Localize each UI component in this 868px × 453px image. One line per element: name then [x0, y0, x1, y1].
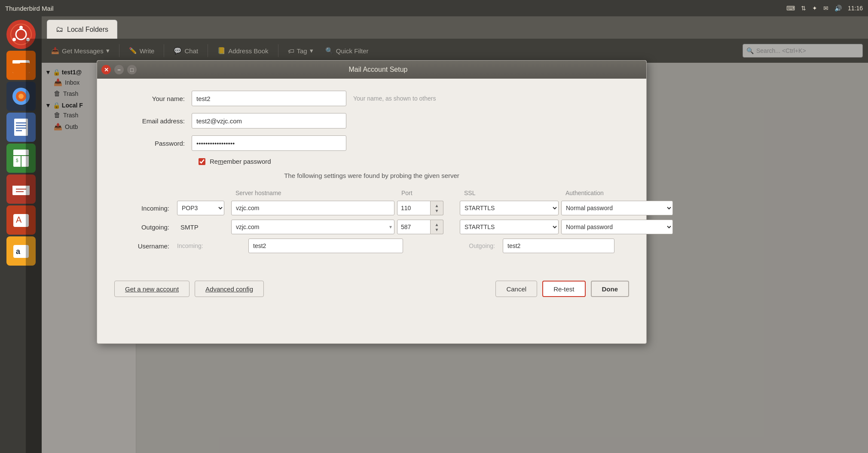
mail-account-setup-dialog: ✕ − □ Mail Account Setup Your name: Your… [97, 60, 647, 344]
outgoing-username-input[interactable] [503, 239, 614, 253]
dialog-close-button[interactable]: ✕ [101, 65, 111, 74]
outgoing-hostname-wrap: ▾ [231, 220, 394, 234]
incoming-hostname-input[interactable] [231, 201, 394, 215]
name-hint: Your name, as shown to others [353, 95, 436, 102]
hostname-header: Server hostname [231, 190, 394, 198]
svg-text:a: a [16, 247, 21, 256]
probe-message: The following settings were found by pro… [114, 172, 629, 179]
outgoing-ssl-select[interactable]: STARTTLS SSL/TLS None [460, 220, 559, 234]
password-input[interactable] [192, 135, 346, 151]
bluetooth-icon: ✦ [812, 5, 817, 12]
dialog-maximize-button[interactable]: □ [127, 65, 137, 74]
mail-icon: ✉ [823, 5, 828, 12]
cancel-button[interactable]: Cancel [495, 281, 537, 297]
col-header-blank2 [177, 190, 229, 198]
username-label: Username: [114, 242, 174, 250]
dialog-body: Your name: Your name, as shown to others… [97, 79, 646, 274]
system-bar: Thunderbird Mail ⌨ ⇅ ✦ ✉ 🔊 11:16 [0, 0, 868, 16]
incoming-protocol-select[interactable]: POP3 IMAP [177, 201, 224, 215]
dialog-titlebar: ✕ − □ Mail Account Setup [97, 61, 646, 79]
svg-point-3 [12, 38, 16, 41]
get-new-account-button[interactable]: Get a new account [114, 281, 189, 297]
outgoing-username-sub: Outgoing: [406, 242, 500, 249]
clock: 11:16 [848, 5, 863, 12]
incoming-auth-select[interactable]: Normal password OAuth2 Kerberos/GSSAPI [561, 201, 673, 215]
tab-bar: 🗂 Local Folders [42, 16, 868, 39]
remember-label: Remember password [210, 158, 271, 165]
remember-checkbox[interactable] [199, 158, 205, 165]
incoming-label: Incoming: [114, 205, 174, 212]
svg-rect-7 [12, 60, 20, 64]
svg-text:$: $ [16, 158, 18, 163]
incoming-username-sub: Incoming: [177, 242, 246, 249]
advanced-config-button[interactable]: Advanced config [195, 281, 264, 297]
tab-label: Local Folders [67, 26, 108, 34]
keyboard-icon: ⌨ [786, 5, 795, 12]
retest-button[interactable]: Re-test [542, 281, 585, 297]
local-folders-tab[interactable]: 🗂 Local Folders [47, 20, 117, 39]
dialog-title: Mail Account Setup [140, 66, 616, 73]
done-button[interactable]: Done [591, 281, 630, 297]
outgoing-port-wrap: ▲ ▼ [397, 220, 449, 234]
dialog-minimize-button[interactable]: − [114, 65, 124, 74]
name-input[interactable] [192, 91, 346, 106]
dialog-footer: Get a new account Advanced config Cancel… [97, 274, 646, 304]
outgoing-port-input[interactable] [397, 220, 431, 234]
incoming-username-input[interactable] [248, 239, 403, 253]
name-row: Your name: Your name, as shown to others [114, 91, 629, 106]
svg-point-10 [18, 94, 24, 99]
network-icon: ⇅ [801, 5, 806, 12]
col-header-blank1 [114, 190, 174, 198]
outgoing-hostname-dropdown[interactable]: ▾ [389, 224, 392, 230]
outgoing-label: Outgoing: [114, 223, 174, 231]
outgoing-protocol: SMTP [177, 223, 229, 231]
email-input[interactable] [192, 113, 346, 129]
name-label: Your name: [114, 95, 192, 102]
dialog-overlay: ✕ − □ Mail Account Setup Your name: Your… [26, 39, 868, 453]
port-header: Port [397, 190, 457, 198]
auth-header: Authentication [561, 190, 673, 198]
outgoing-hostname-input[interactable] [231, 220, 394, 234]
incoming-ssl-select[interactable]: STARTTLS SSL/TLS None [460, 201, 559, 215]
outgoing-auth-select[interactable]: Normal password OAuth2 Kerberos/GSSAPI [561, 220, 673, 234]
svg-text:A: A [16, 215, 22, 224]
remember-row: Remember password [199, 158, 629, 165]
tab-folder-icon: 🗂 [56, 25, 64, 34]
incoming-port-input[interactable] [397, 201, 431, 215]
password-label: Password: [114, 140, 192, 147]
incoming-port-arrows[interactable]: ▲ ▼ [431, 201, 443, 215]
system-tray: ⌨ ⇅ ✦ ✉ 🔊 11:16 [786, 5, 863, 12]
ssl-header: SSL [460, 190, 559, 198]
volume-icon: 🔊 [834, 5, 842, 12]
password-row: Password: [114, 135, 629, 151]
app-title: Thunderbird Mail [5, 5, 54, 12]
incoming-port-wrap: ▲ ▼ [397, 201, 449, 215]
svg-point-2 [19, 26, 23, 29]
outgoing-port-arrows[interactable]: ▲ ▼ [431, 220, 443, 234]
email-row: Email address: [114, 113, 629, 129]
email-label: Email address: [114, 117, 192, 125]
